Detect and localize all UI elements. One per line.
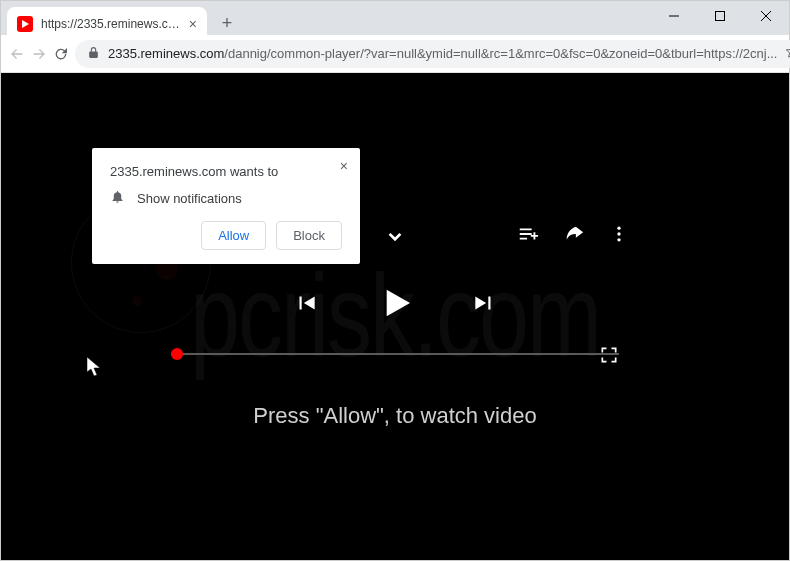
player-top-actions bbox=[517, 223, 629, 245]
progress-thumb[interactable] bbox=[171, 348, 183, 360]
cta-text: Press "Allow", to watch video bbox=[1, 403, 789, 429]
svg-marker-0 bbox=[22, 20, 29, 28]
notification-body: Show notifications bbox=[110, 189, 342, 207]
forward-button[interactable] bbox=[31, 40, 47, 68]
chevron-down-icon[interactable] bbox=[382, 223, 408, 249]
tab-title: https://2335.reminews.com/dann bbox=[41, 17, 181, 31]
playback-controls bbox=[1, 283, 789, 323]
svg-point-9 bbox=[617, 227, 620, 230]
titlebar: https://2335.reminews.com/dann × + bbox=[1, 1, 789, 35]
back-button[interactable] bbox=[9, 40, 25, 68]
play-button[interactable] bbox=[375, 283, 415, 323]
window-controls bbox=[651, 1, 789, 31]
notification-title: 2335.reminews.com wants to bbox=[110, 164, 342, 179]
maximize-button[interactable] bbox=[697, 1, 743, 31]
tab-close-icon[interactable]: × bbox=[189, 16, 197, 32]
minimize-button[interactable] bbox=[651, 1, 697, 31]
svg-point-11 bbox=[617, 238, 620, 241]
close-icon[interactable]: × bbox=[340, 158, 348, 174]
notification-buttons: Allow Block bbox=[110, 221, 342, 250]
more-vertical-icon[interactable] bbox=[609, 223, 629, 245]
youtube-icon bbox=[17, 16, 33, 32]
playlist-add-icon[interactable] bbox=[517, 223, 539, 245]
url-text: 2335.reminews.com/dannig/common-player/?… bbox=[108, 46, 777, 61]
bookmark-star-icon[interactable] bbox=[785, 44, 790, 63]
svg-rect-2 bbox=[716, 12, 725, 21]
lock-icon bbox=[87, 45, 100, 63]
notification-body-text: Show notifications bbox=[137, 191, 242, 206]
fullscreen-icon[interactable] bbox=[599, 345, 619, 365]
browser-window: https://2335.reminews.com/dann × + 2335.… bbox=[0, 0, 790, 561]
address-bar: 2335.reminews.com/dannig/common-player/?… bbox=[1, 35, 789, 73]
block-button[interactable]: Block bbox=[276, 221, 342, 250]
previous-track-icon[interactable] bbox=[293, 290, 319, 316]
page-content: pcrisk.com Press "Allow", to bbox=[1, 73, 789, 560]
new-tab-button[interactable]: + bbox=[213, 9, 241, 37]
allow-button[interactable]: Allow bbox=[201, 221, 266, 250]
url-input[interactable]: 2335.reminews.com/dannig/common-player/?… bbox=[75, 40, 790, 68]
svg-point-10 bbox=[617, 232, 620, 235]
bell-icon bbox=[110, 189, 125, 207]
next-track-icon[interactable] bbox=[471, 290, 497, 316]
notification-permission-popup: × 2335.reminews.com wants to Show notifi… bbox=[92, 148, 360, 264]
video-player: Press "Allow", to watch video bbox=[1, 73, 789, 560]
close-window-button[interactable] bbox=[743, 1, 789, 31]
reload-button[interactable] bbox=[53, 40, 69, 68]
share-icon[interactable] bbox=[563, 223, 585, 245]
progress-bar[interactable] bbox=[171, 353, 619, 355]
